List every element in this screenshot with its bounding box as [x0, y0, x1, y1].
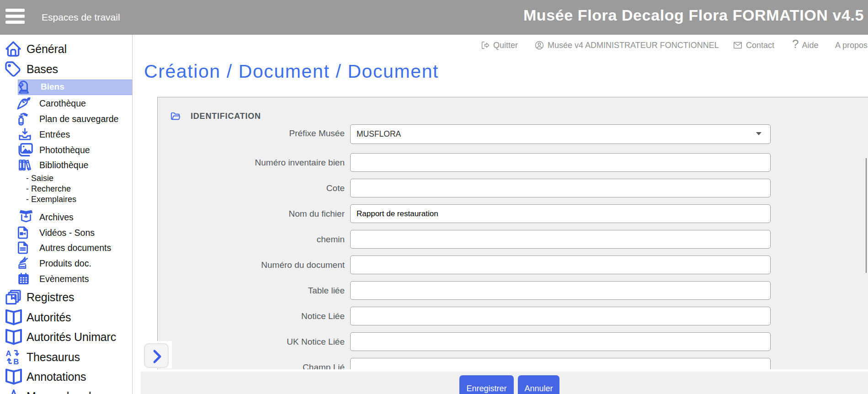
- svg-text:B: B: [13, 357, 19, 365]
- svg-text:A: A: [5, 349, 11, 358]
